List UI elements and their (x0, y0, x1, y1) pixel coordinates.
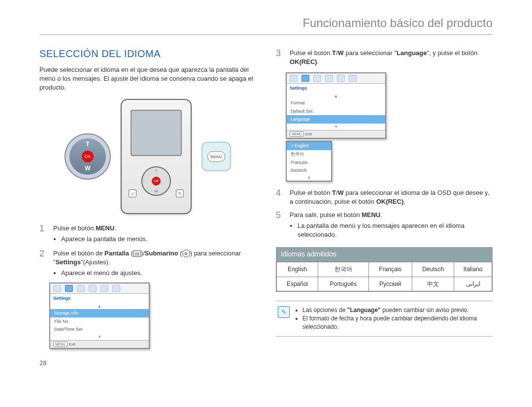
underwater-icon: ⊜ (182, 250, 190, 257)
languages-table: English 한국어 Français Deutsch Italiano Es… (276, 262, 492, 292)
shot-title: Settings (287, 84, 385, 93)
shot-title: Settings (50, 294, 149, 303)
tab-row (50, 283, 149, 294)
bullet: Aparece la pantalla de menús. (61, 235, 256, 244)
ring-w-label: W (66, 164, 110, 173)
list-item: Français (287, 158, 331, 167)
table-row: English 한국어 Français Deutsch Italiano (277, 262, 492, 277)
menu-tag: MENU (53, 342, 67, 347)
lang-cell: English (277, 262, 318, 277)
lang-cell: Español (277, 277, 318, 291)
text: pueden cambiar sin aviso previo. (381, 307, 469, 313)
list-item: Language (287, 115, 385, 124)
nav-ring-zoom: T OK W (65, 133, 111, 180)
lang-cell: Deutsch (412, 262, 454, 277)
okrec-bold: OK(REC) (376, 198, 404, 205)
text: Pulse el botón (290, 189, 332, 196)
lang-cell: Français (368, 262, 412, 277)
language-submenu: ✓English 한국어 Français Deutsch ▾ (286, 141, 332, 182)
text: ( (129, 250, 133, 257)
text: . (114, 224, 116, 232)
menu-tag: MENU (290, 131, 304, 137)
okrec-bold: OK(REC) (290, 58, 317, 65)
submarino-bold: Submarino (145, 250, 178, 257)
text: Las opciones de (302, 307, 347, 313)
text: Pulse el botón de (53, 250, 104, 257)
tab-row (287, 73, 385, 84)
intro-text: Puede seleccionar el idioma en el que de… (39, 65, 256, 93)
lang-cell: ایرانی (454, 277, 492, 291)
text: Pulse el botón (53, 224, 96, 232)
step-number: 3 (276, 49, 285, 66)
list-item: File No (50, 317, 149, 326)
step-number: 4 (276, 188, 285, 206)
note-item: Las opciones de "Language" pueden cambia… (302, 306, 491, 314)
ring-ok-button: OK (82, 151, 94, 162)
settings-screenshot-2: Settings ▲ Format Default Set Language ▾… (286, 72, 386, 139)
list-item: Deutsch (287, 166, 331, 175)
languages-header: Idiomas admitidos (276, 247, 493, 262)
lang-cell: 한국어 (318, 262, 368, 277)
menu-button: MENU (207, 151, 225, 162)
pantalla-bold: Pantalla (104, 250, 129, 257)
lang-cell: Italiano (454, 262, 492, 277)
lcd-screen (131, 110, 182, 156)
t-bold: T (332, 189, 336, 196)
check-icon: ✓ (291, 143, 295, 148)
ring-t-label: T (66, 140, 110, 149)
shot-footer: MENUExit (50, 340, 149, 348)
submenu-label: English (295, 143, 309, 148)
menu-bold: MENU (362, 211, 380, 219)
text: . (403, 198, 405, 205)
shot-footer: MENUExit (287, 130, 385, 138)
ok-button: OK (152, 177, 161, 186)
camcorder-body: T OK W ▭ U (121, 99, 192, 214)
list-item: Date/Time Set (50, 325, 149, 334)
language-bold: Language (397, 49, 427, 57)
step-3: 3 Pulse el botón T/W para seleccionar "L… (276, 49, 493, 66)
text: "(Ajustes). (81, 258, 110, 266)
list-item: ✓English (287, 142, 331, 150)
step-4: 4 Pulse el botón T/W para seleccionar el… (276, 188, 493, 206)
page-header: Funcionamiento básico del producto (39, 15, 493, 35)
text: ", y pulse el botón (427, 49, 478, 57)
text: Pulse el botón (290, 49, 332, 57)
text: Para salir, pulse el botón (290, 211, 362, 219)
table-row: Español Português Русский 中文 ایرانی (277, 277, 492, 291)
list-item: 한국어 (287, 150, 331, 158)
menu-button-zoom: MENU (201, 142, 231, 171)
exit-label: Exit (69, 342, 75, 346)
text: )/ (141, 250, 145, 257)
settings-screenshot-1: Settings ▲ Storage Info File No Date/Tim… (49, 282, 150, 349)
list-item: Format (287, 99, 385, 107)
step-2: 2 Pulse el botón de Pantalla (|▯|)/Subma… (39, 249, 256, 279)
note-icon: ✎ (278, 306, 290, 318)
languages-table-box: English 한국어 Français Deutsch Italiano Es… (276, 262, 493, 292)
step-number: 1 (39, 224, 48, 245)
lang-cell: 中文 (412, 277, 454, 291)
t-label: T (142, 168, 170, 174)
step-1: 1 Pulse el botón MENU. Aparece la pantal… (39, 224, 256, 245)
lang-cell: Português (318, 277, 368, 291)
menu-bold: MENU (96, 224, 114, 232)
w-bold: W (338, 49, 344, 57)
note-item: El formato de fecha y hora puede cambiar… (302, 314, 491, 331)
bullet: Aparece el menú de ajustes. (61, 269, 256, 278)
text: ( (178, 250, 182, 257)
w-bold: W (338, 189, 344, 196)
section-heading: SELECCIÓN DEL IDIOMA (39, 47, 256, 61)
settings-bold: Settings (56, 258, 81, 266)
list-item: Storage Info (50, 309, 149, 317)
lang-cell: Русский (368, 277, 412, 291)
text: . (380, 211, 382, 219)
step-number: 2 (39, 249, 48, 279)
exit-label: Exit (305, 132, 312, 136)
underwater-button-icon: U (176, 189, 184, 197)
page-number: 28 (39, 359, 493, 368)
list-item: Default Set (287, 107, 385, 116)
note-box: ✎ Las opciones de "Language" pueden camb… (276, 301, 493, 336)
step-5: 5 Para salir, pulse el botón MENU. La pa… (276, 211, 493, 241)
settings-screenshot-2-wrap: Settings ▲ Format Default Set Language ▾… (286, 70, 386, 182)
display-icon: |▯| (133, 250, 141, 257)
text: . (317, 58, 319, 65)
